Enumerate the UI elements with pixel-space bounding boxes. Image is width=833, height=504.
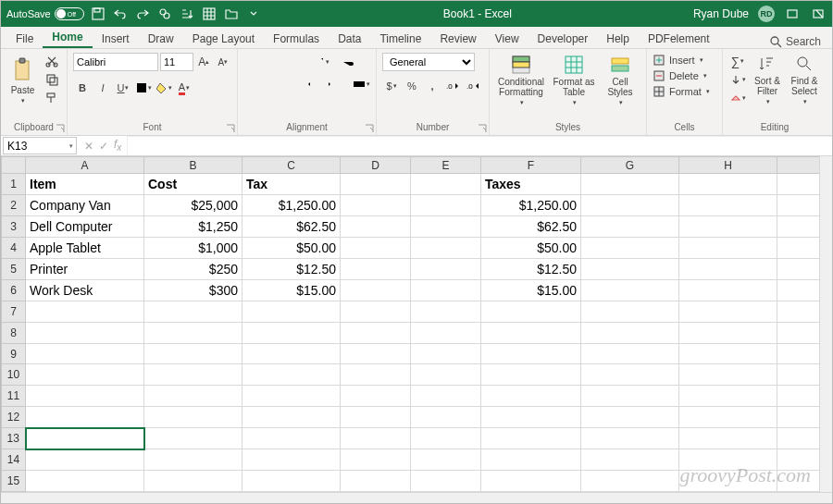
col-header[interactable]: E [411, 157, 481, 174]
cell[interactable] [581, 216, 679, 238]
row-header[interactable]: 3 [2, 216, 26, 238]
cell[interactable] [341, 238, 411, 259]
cell[interactable] [26, 386, 144, 407]
cell[interactable]: Printer [26, 258, 144, 279]
cell[interactable] [242, 322, 341, 343]
cell[interactable] [679, 238, 777, 259]
cell[interactable] [26, 471, 144, 492]
cell[interactable] [144, 449, 242, 471]
cell[interactable]: Company Van [26, 195, 144, 216]
alignment-launcher-icon[interactable] [365, 124, 374, 133]
cell[interactable]: Item [26, 174, 144, 195]
row-header[interactable]: 2 [2, 195, 26, 216]
row-header[interactable]: 8 [2, 322, 26, 343]
find-select-button[interactable]: Find & Select▾ [788, 53, 821, 108]
cell[interactable] [411, 238, 481, 259]
cell[interactable] [144, 471, 242, 492]
format-painter-icon[interactable] [43, 90, 61, 106]
cell[interactable] [679, 174, 777, 195]
cell[interactable] [26, 301, 144, 322]
cell[interactable] [26, 343, 144, 364]
tab-page-layout[interactable]: Page Layout [183, 29, 264, 48]
row-header[interactable]: 5 [2, 258, 26, 279]
cell[interactable] [581, 195, 679, 216]
horizontal-scrollbar[interactable] [1, 492, 832, 504]
row-header[interactable]: 6 [2, 279, 26, 301]
orientation-icon[interactable]: ▾ [312, 53, 330, 71]
cell[interactable]: $1,250 [144, 216, 242, 238]
cell[interactable]: $12.50 [242, 258, 341, 279]
cell[interactable] [341, 258, 411, 279]
tab-formulas[interactable]: Formulas [264, 29, 329, 48]
border-icon[interactable]: ▾ [134, 79, 153, 97]
cell[interactable] [481, 449, 581, 471]
cell[interactable]: $62.50 [481, 216, 581, 238]
font-launcher-icon[interactable] [226, 124, 235, 133]
paste-button[interactable]: Paste ▾ [6, 53, 39, 108]
ribbon-options-icon[interactable] [784, 6, 801, 22]
number-launcher-icon[interactable] [478, 124, 487, 133]
cell[interactable]: $1,250.00 [481, 195, 581, 216]
spreadsheet-grid[interactable]: A B C D E F G H I J 1ItemCostTaxTaxes2Co… [1, 156, 832, 492]
cell[interactable] [411, 301, 481, 322]
cell[interactable] [26, 428, 144, 449]
format-as-table-button[interactable]: Format as Table▾ [551, 53, 597, 108]
col-header[interactable]: D [341, 157, 411, 174]
save-icon[interactable] [90, 6, 106, 22]
user-avatar[interactable]: RD [758, 6, 775, 22]
clear-icon[interactable]: ▾ [728, 90, 747, 106]
accept-formula-icon[interactable]: ✓ [99, 140, 108, 153]
cell[interactable] [242, 428, 341, 449]
cell[interactable] [411, 216, 481, 238]
italic-icon[interactable]: I [93, 79, 112, 97]
tab-file[interactable]: File [6, 29, 43, 48]
bold-icon[interactable]: B [73, 79, 92, 97]
cell[interactable] [679, 407, 777, 428]
cell[interactable] [242, 386, 341, 407]
comma-icon[interactable]: , [423, 77, 441, 95]
font-name-select[interactable] [73, 53, 158, 71]
tab-data[interactable]: Data [329, 29, 370, 48]
cell[interactable] [26, 449, 144, 471]
tab-draw[interactable]: Draw [139, 29, 183, 48]
cell[interactable] [581, 471, 679, 492]
cell[interactable] [581, 407, 679, 428]
cell[interactable] [144, 343, 242, 364]
tab-view[interactable]: View [486, 29, 528, 48]
cell[interactable] [481, 386, 581, 407]
cell[interactable] [581, 343, 679, 364]
cell[interactable]: $1,250.00 [242, 195, 341, 216]
cell[interactable] [679, 216, 777, 238]
cell-styles-button[interactable]: Cell Styles▾ [601, 53, 640, 108]
cell[interactable] [242, 364, 341, 386]
conditional-formatting-button[interactable]: Conditional Formatting▾ [495, 53, 547, 108]
cell[interactable] [581, 174, 679, 195]
sort-filter-button[interactable]: Sort & Filter▾ [751, 53, 784, 108]
align-right-icon[interactable] [284, 75, 303, 93]
cell[interactable] [411, 364, 481, 386]
increase-decimal-icon[interactable]: .0 [443, 77, 462, 95]
cell[interactable]: $50.00 [481, 238, 581, 259]
row-header[interactable]: 7 [2, 301, 26, 322]
row-header[interactable]: 12 [2, 407, 26, 428]
cell[interactable] [341, 407, 411, 428]
cell[interactable] [341, 195, 411, 216]
cell[interactable] [581, 449, 679, 471]
cell[interactable] [341, 364, 411, 386]
cell[interactable]: Taxes [481, 174, 581, 195]
increase-indent-icon[interactable] [324, 75, 342, 93]
align-center-icon[interactable] [264, 75, 282, 93]
row-header[interactable]: 13 [2, 428, 26, 449]
cell[interactable] [341, 471, 411, 492]
cell[interactable] [411, 322, 481, 343]
cell[interactable]: $25,000 [144, 195, 242, 216]
col-header[interactable]: C [242, 157, 341, 174]
col-header[interactable]: G [581, 157, 679, 174]
select-all-button[interactable] [2, 157, 26, 174]
tab-help[interactable]: Help [597, 29, 639, 48]
cell[interactable]: Apple Tablet [26, 238, 144, 259]
cell[interactable] [679, 449, 777, 471]
cell[interactable] [411, 449, 481, 471]
cell[interactable] [411, 386, 481, 407]
increase-font-icon[interactable]: A▴ [195, 53, 213, 71]
